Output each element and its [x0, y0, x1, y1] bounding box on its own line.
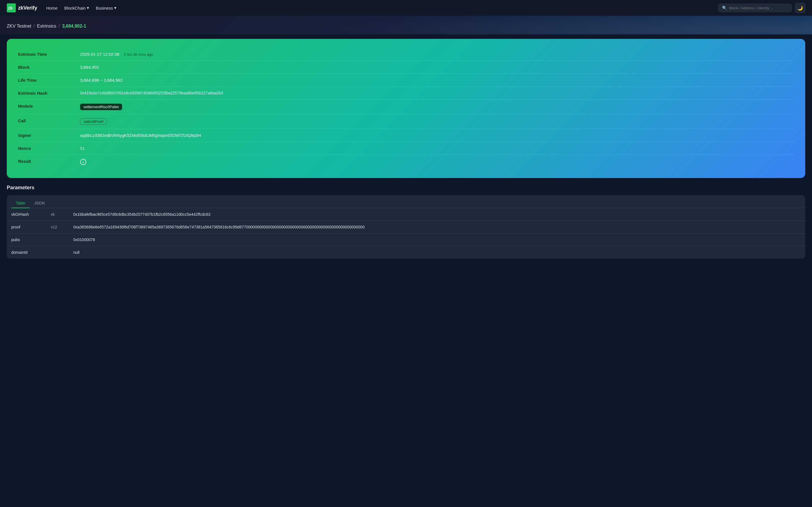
svg-text:zk: zk — [8, 6, 13, 10]
breadcrumb-network[interactable]: ZKV Testnet — [7, 24, 31, 29]
col-type-vkorhash: vk — [46, 208, 69, 221]
breadcrumb: ZKV Testnet / Extrinsics / 3,684,902-1 — [7, 24, 805, 29]
col-type-proof: v12 — [46, 221, 69, 233]
search-icon: 🔍 — [722, 6, 727, 10]
chevron-down-icon: ▾ — [87, 5, 89, 10]
chevron-down-icon: ▾ — [114, 5, 116, 10]
value-block: 3,684,902 — [80, 65, 99, 69]
col-type-pubs — [46, 233, 69, 246]
value-call: submitProof — [80, 118, 107, 125]
detail-row-time: Extrinsic Time 2025-01-27 12:02:36 2 hrs… — [18, 48, 794, 61]
time-ago: 2 hrs 36 mins ago — [124, 52, 153, 57]
checkmark-icon: ✓ — [82, 160, 85, 164]
col-type-domainid — [46, 246, 69, 259]
value-extrinsic-time: 2025-01-27 12:02:36 2 hrs 36 mins ago — [80, 52, 153, 57]
label-module: Module — [18, 104, 80, 108]
label-lifetime: Life Time — [18, 78, 80, 82]
label-extrinsic-time: Extrinsic Time — [18, 52, 80, 57]
col-key-domainid: domainId — [7, 246, 46, 259]
label-nonce: Nonce — [18, 146, 80, 151]
detail-row-result: Result ✓ — [18, 155, 794, 169]
col-value-vkorhash: 0x1bbafefbac965ce57d9c8dbc354b2077407b1f… — [69, 208, 805, 221]
label-call: Call — [18, 118, 80, 123]
detail-row-module: Module settlementRisc0Pallet — [18, 100, 794, 114]
theme-icon: 🌙 — [797, 5, 803, 11]
detail-row-hash: Extrinsic Hash 0x419a5e7c4bd8b07051e8ce9… — [18, 87, 794, 100]
logo[interactable]: zk zkVerify — [7, 3, 37, 12]
extrinsic-detail-card: Extrinsic Time 2025-01-27 12:02:36 2 hrs… — [7, 39, 805, 178]
breadcrumb-id: 3,684,902-1 — [62, 24, 86, 29]
tab-table[interactable]: Table — [11, 199, 30, 208]
nav-business[interactable]: Business ▾ — [96, 5, 116, 10]
col-value-pubs: 0x01000078 — [69, 233, 805, 246]
tab-json[interactable]: JSON — [30, 199, 49, 208]
parameters-card: Table JSON vkOrHash vk 0x1bbafefbac965ce… — [7, 195, 805, 259]
col-value-domainid: null — [69, 246, 805, 259]
value-module: settlementRisc0Pallet — [80, 104, 122, 110]
parameters-title: Parameters — [7, 185, 805, 191]
search-input[interactable] — [729, 6, 788, 10]
main-content: Extrinsic Time 2025-01-27 12:02:36 2 hrs… — [0, 34, 812, 507]
table-row: proof v12 0xa365696e6e6572a169436f6d706f… — [7, 221, 805, 233]
detail-row-lifetime: Life Time 3,684,898 ~ 3,684,962 — [18, 74, 794, 87]
navbar: zk zkVerify Home BlockChain ▾ Business ▾… — [0, 0, 812, 16]
detail-row-call: Call submitProof — [18, 114, 794, 129]
table-row: vkOrHash vk 0x1bbafefbac965ce57d9c8dbc35… — [7, 208, 805, 221]
label-extrinsic-hash: Extrinsic Hash — [18, 91, 80, 96]
table-row: domainId null — [7, 246, 805, 259]
breadcrumb-sep-1: / — [34, 24, 35, 29]
nav-blockchain[interactable]: BlockChain ▾ — [64, 5, 89, 10]
hero-section: ZKV Testnet / Extrinsics / 3,684,902-1 — [0, 16, 812, 34]
params-tabs: Table JSON — [7, 195, 805, 208]
logo-icon: zk — [7, 3, 16, 12]
col-key-proof: proof — [7, 221, 46, 233]
breadcrumb-sep-2: / — [59, 24, 60, 29]
value-signer: xpj6bLy33B2edbVhNygK5ZMofS6dUM5ghopmDfZM… — [80, 133, 201, 138]
nav-links: Home BlockChain ▾ Business ▾ — [46, 5, 709, 10]
value-extrinsic-hash: 0x419a5e7c4bd8b07051e8ce92b8745d84552f28… — [80, 91, 223, 95]
label-result: Result — [18, 159, 80, 164]
table-row: pubs 0x01000078 — [7, 233, 805, 246]
value-lifetime: 3,684,898 ~ 3,684,962 — [80, 78, 123, 82]
result-icon: ✓ — [80, 159, 86, 165]
breadcrumb-section[interactable]: Extrinsics — [37, 24, 56, 29]
col-key-vkorhash: vkOrHash — [7, 208, 46, 221]
nav-home[interactable]: Home — [46, 6, 57, 10]
label-block: Block — [18, 65, 80, 69]
label-signer: Signer — [18, 133, 80, 138]
detail-row-signer: Signer xpj6bLy33B2edbVhNygK5ZMofS6dUM5gh… — [18, 129, 794, 142]
detail-row-block: Block 3,684,902 — [18, 61, 794, 74]
parameters-section: Parameters Table JSON vkOrHash vk 0x1bba… — [7, 185, 805, 259]
col-key-pubs: pubs — [7, 233, 46, 246]
search-bar[interactable]: 🔍 — [718, 4, 792, 12]
theme-toggle-button[interactable]: 🌙 — [795, 3, 805, 13]
params-table: vkOrHash vk 0x1bbafefbac965ce57d9c8dbc35… — [7, 208, 805, 259]
nav-right: 🔍 🌙 — [718, 3, 805, 13]
value-nonce: 51 — [80, 146, 85, 151]
col-value-proof: 0xa365696e6e6572a169436f6d706f73697465a3… — [69, 221, 805, 233]
detail-row-nonce: Nonce 51 — [18, 142, 794, 155]
